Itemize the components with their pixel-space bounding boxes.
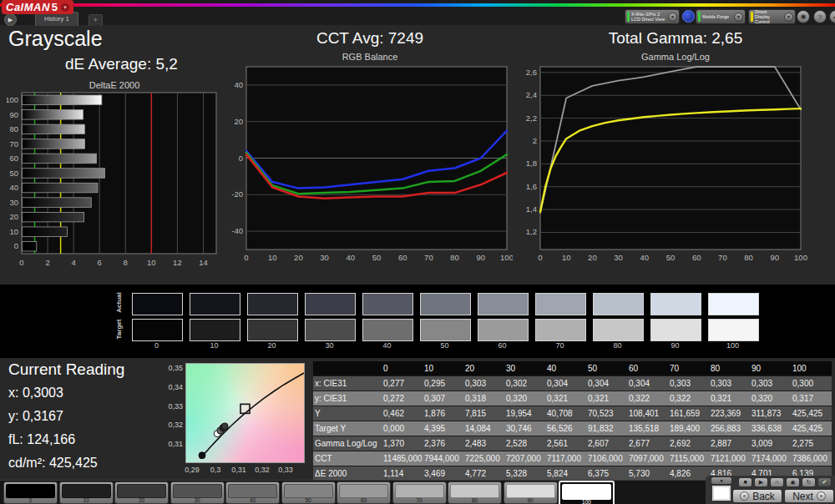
table-cell: 161,659 <box>668 406 709 421</box>
swatch-column-label: 20 <box>246 341 297 350</box>
meter-dropdown-display-control[interactable]: Direct Display Control ▼ <box>748 9 796 24</box>
sidebar-toggle-button[interactable]: ▶ <box>4 13 17 26</box>
next-button[interactable]: Next » <box>784 489 834 503</box>
chevron-down-icon[interactable]: ▼ <box>784 13 793 22</box>
table-cell: 56,526 <box>545 421 586 436</box>
reading-cdm2: cd/m²: 425,425 <box>8 456 98 471</box>
actual-swatch-60 <box>478 293 529 315</box>
svg-text:40: 40 <box>640 253 650 262</box>
svg-text:20: 20 <box>234 117 243 126</box>
chevron-down-icon[interactable]: ▼ <box>734 13 743 22</box>
svg-text:-20: -20 <box>231 189 243 199</box>
target-swatch-0 <box>132 319 183 341</box>
table-cell: 0,295 <box>423 376 463 391</box>
meter-dropdown-source[interactable]: Mobile Forge ▼ <box>696 9 746 24</box>
patch-button-100[interactable]: 100 <box>559 481 615 504</box>
cie-y-tick: 0,35 <box>159 364 183 372</box>
table-cell: 135,518 <box>627 421 668 436</box>
table-cell: 19,954 <box>504 406 545 421</box>
cie-x-tick: 0,3 <box>203 466 228 474</box>
table-cell: 7,815 <box>463 406 504 421</box>
meter-read-icon[interactable]: ∩ <box>770 477 784 487</box>
stop-icon[interactable]: ■ <box>738 477 752 487</box>
settings-button[interactable]: ✱ <box>797 10 810 23</box>
check-icon[interactable]: ✔ <box>817 477 832 487</box>
patch-button-0[interactable]: 0 <box>3 481 58 504</box>
table-column-header: 60 <box>627 361 668 376</box>
table-cell: 3,469 <box>423 466 463 481</box>
chevron-down-icon[interactable]: ▼ <box>668 13 677 22</box>
loop-icon[interactable]: ↻ <box>802 477 816 487</box>
table-cell: 0,307 <box>423 391 463 406</box>
patch-label: 20 <box>115 497 168 503</box>
patch-swatch <box>173 484 222 498</box>
app-logo[interactable]: CalMAN 5 ▼ <box>2 0 73 14</box>
table-cell: 70,523 <box>586 406 627 421</box>
svg-text:2: 2 <box>45 258 49 267</box>
next-arrow-icon[interactable]: » <box>817 491 826 501</box>
patch-button-10[interactable]: 10 <box>59 481 114 504</box>
table-cell: 256,883 <box>709 421 750 436</box>
svg-text:60: 60 <box>692 253 701 262</box>
patch-button-80[interactable]: 80 <box>448 481 502 504</box>
patch-button-90[interactable]: 90 <box>504 481 558 504</box>
play-icon[interactable]: ▶ <box>754 477 768 487</box>
patch-button-40[interactable]: 40 <box>225 481 280 504</box>
patch-label: 40 <box>226 497 279 503</box>
patch-button-50[interactable]: 50 <box>281 481 336 504</box>
swatch-column-label: 90 <box>650 341 701 350</box>
table-cell: 4,772 <box>463 466 504 481</box>
deltae-bar <box>23 95 102 105</box>
measurement-controls: ● ■ ▶ ∩ ◉ ↻ ✔ « Back Next » <box>706 476 835 504</box>
patch-button-70[interactable]: 70 <box>392 481 447 504</box>
back-arrow-icon[interactable]: « <box>740 491 749 501</box>
table-cell: 2,677 <box>627 436 668 451</box>
table-cell: 336,638 <box>750 421 791 436</box>
table-cell: 11485,000 <box>382 451 423 466</box>
svg-text:70: 70 <box>424 253 433 262</box>
table-row-label: y: CIE31 <box>313 391 382 406</box>
measurement-table: 0102030405060708090100x: CIE310,2770,295… <box>313 361 832 481</box>
table-row: Target Y0,0004,39514,08430,74656,52691,8… <box>313 421 832 436</box>
patch-preview-button[interactable]: ● <box>711 476 732 485</box>
swatch-column-label: 100 <box>707 341 758 350</box>
patch-label: 80 <box>448 497 501 503</box>
svg-text:80: 80 <box>9 124 18 134</box>
swatch-column-label: 50 <box>419 341 470 350</box>
table-column-header: 80 <box>709 361 750 376</box>
table-cell: 30,746 <box>504 421 545 436</box>
gamma-chart-plot: 2,62,42,221,81,61,41,2010203040506070809… <box>519 62 832 270</box>
back-button[interactable]: « Back <box>732 489 782 503</box>
patch-button-20[interactable]: 20 <box>114 481 169 504</box>
table-cell: 0,321 <box>586 391 627 406</box>
meter-dropdown-colorimeter[interactable]: X-Rite i1Pro 2LCD Direct View ▼ <box>625 9 680 24</box>
svg-text:50: 50 <box>372 253 382 262</box>
target-swatch-10 <box>190 319 240 341</box>
table-cell: 2,528 <box>504 436 545 451</box>
patch-button-60[interactable]: 60 <box>337 481 391 504</box>
title-bar: CalMAN 5 ▼ ▶ History 1 + X-Rite i1Pro 2L… <box>0 0 835 25</box>
table-cell: 3,009 <box>750 436 791 451</box>
table-cell: 0,303 <box>668 376 709 391</box>
add-tab-button[interactable]: + <box>89 14 103 26</box>
svg-text:90: 90 <box>9 110 18 119</box>
cie-y-tick: 0,33 <box>159 402 183 411</box>
target-swatch-90 <box>650 319 701 341</box>
patch-button-30[interactable]: 30 <box>170 481 225 504</box>
svg-text:50: 50 <box>9 169 18 178</box>
table-column-header: 50 <box>586 361 627 376</box>
swatch-column-label: 40 <box>362 341 412 350</box>
table-cell: 7944,000 <box>423 451 463 466</box>
patch-label: 70 <box>393 497 446 503</box>
collapse-panel-button[interactable]: ◀ <box>829 10 835 23</box>
logo-dropdown-icon[interactable]: ▼ <box>61 3 69 12</box>
meter-label: Mobile Forge <box>701 14 734 19</box>
target-icon[interactable]: ◉ <box>786 477 800 487</box>
table-cell: 7121,000 <box>709 451 750 466</box>
rgb-chart-title: RGB Balance <box>227 52 513 62</box>
svg-text:0: 0 <box>19 258 23 267</box>
svg-text:1,2: 1,2 <box>526 227 537 236</box>
help-button[interactable]: ? <box>813 10 827 23</box>
table-cell: 425,425 <box>791 421 832 436</box>
svg-text:100: 100 <box>500 253 513 262</box>
